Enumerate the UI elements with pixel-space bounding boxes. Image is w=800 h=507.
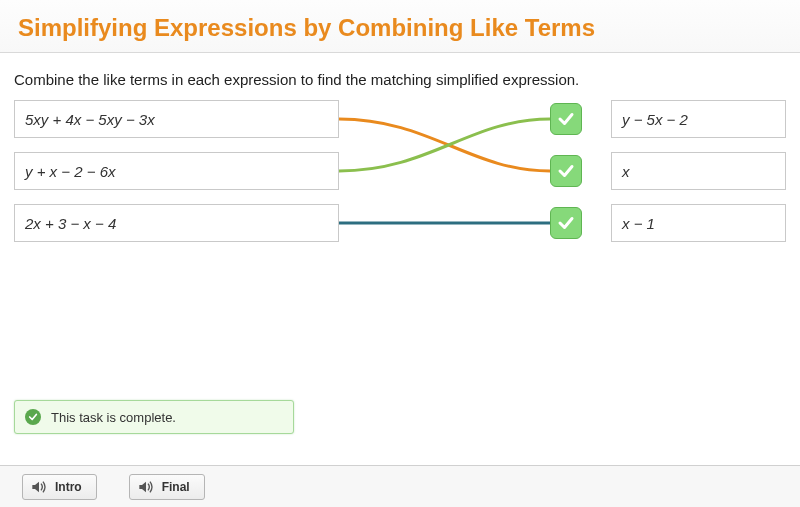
- answer-column: y − 5x − 2 x x − 1: [611, 100, 786, 256]
- check-mark-1: [550, 155, 582, 187]
- intro-button[interactable]: Intro: [22, 474, 97, 500]
- source-expression-1[interactable]: y + x − 2 − 6x: [14, 152, 339, 190]
- final-button[interactable]: Final: [129, 474, 205, 500]
- footer-bar: Intro Final: [0, 465, 800, 507]
- check-column: [550, 100, 590, 259]
- final-button-label: Final: [162, 480, 190, 494]
- answer-expression-0[interactable]: y − 5x − 2: [611, 100, 786, 138]
- source-expression-0[interactable]: 5xy + 4x − 5xy − 3x: [14, 100, 339, 138]
- speaker-icon: [31, 480, 47, 494]
- check-icon: [557, 162, 575, 180]
- source-column: 5xy + 4x − 5xy − 3x y + x − 2 − 6x 2x + …: [14, 100, 339, 256]
- answer-expression-1[interactable]: x: [611, 152, 786, 190]
- page-title: Simplifying Expressions by Combining Lik…: [0, 0, 800, 53]
- source-expression-2[interactable]: 2x + 3 − x − 4: [14, 204, 339, 242]
- instruction-text: Combine the like terms in each expressio…: [0, 53, 800, 100]
- answer-expression-2[interactable]: x − 1: [611, 204, 786, 242]
- status-check-icon: [25, 409, 41, 425]
- check-icon: [557, 110, 575, 128]
- check-mark-0: [550, 103, 582, 135]
- status-banner: This task is complete.: [14, 400, 294, 434]
- speaker-icon: [138, 480, 154, 494]
- intro-button-label: Intro: [55, 480, 82, 494]
- check-mark-2: [550, 207, 582, 239]
- check-icon: [557, 214, 575, 232]
- matching-area: 5xy + 4x − 5xy − 3x y + x − 2 − 6x 2x + …: [0, 100, 800, 320]
- status-text: This task is complete.: [51, 410, 176, 425]
